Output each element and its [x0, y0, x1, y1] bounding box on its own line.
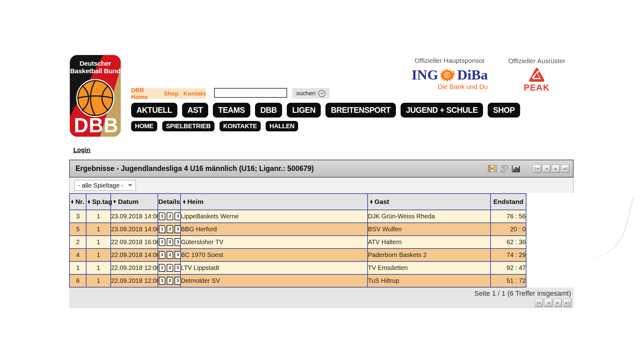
cell-gast: DJK Grün-Weiss Rheda	[368, 210, 491, 223]
main-nav-ast[interactable]: AST	[182, 103, 208, 118]
details-doc-icon-1[interactable]: 1	[159, 238, 165, 246]
details-doc-icon-3[interactable]: 3	[175, 238, 180, 246]
col-header-nr[interactable]: Nr.	[69, 194, 86, 210]
details-doc-icon-3[interactable]: 3	[175, 212, 180, 220]
table-row: 5 1 23.09.2018 14:00 123 BBG Herford BSV…	[69, 223, 526, 236]
schedule-person-icon[interactable]	[500, 165, 508, 173]
details-doc-icon-2[interactable]: 2	[167, 238, 173, 246]
cell-details: 123	[158, 236, 180, 249]
dbb-logo[interactable]: Deutscher Basketball Bund DBB	[70, 55, 121, 137]
main-nav-breitensport[interactable]: BREITENSPORT	[325, 103, 396, 118]
details-doc-icon-2[interactable]: 2	[167, 277, 173, 285]
ing-lion-icon	[440, 68, 456, 82]
cell-nr: 4	[69, 249, 86, 261]
cell-endstand: 20 : 0	[491, 223, 526, 236]
cell-sptag: 1	[86, 210, 111, 223]
cell-datum: 22.09.2018 16:00	[111, 236, 158, 249]
cell-datum: 23.09.2018 14:00	[111, 210, 158, 223]
details-doc-icon-3[interactable]: 3	[175, 251, 180, 259]
search-button[interactable]: suchen	[292, 88, 329, 98]
details-doc-icon-1[interactable]: 1	[159, 251, 165, 259]
ing-diba-logo[interactable]: ING DiBa	[407, 68, 492, 82]
sub-nav: HOMESPIELBETRIEBKONTAKTEHALLEN	[131, 121, 298, 131]
main-sponsor: Offizieller Hauptsponsor ING DiBa Die Ba…	[407, 57, 492, 90]
details-doc-icon-1[interactable]: 1	[159, 264, 165, 272]
details-doc-icon-1[interactable]: 1	[159, 277, 165, 285]
main-nav-dbb[interactable]: DBB	[255, 103, 282, 118]
details-doc-icon-3[interactable]: 3	[175, 264, 180, 272]
details-doc-icon-2[interactable]: 2	[167, 225, 173, 233]
spieltag-select-value: - alle Spieltage -	[78, 182, 124, 189]
pager-first-button[interactable]	[533, 165, 541, 173]
table-view-icon[interactable]	[488, 165, 497, 172]
sub-nav-kontakte[interactable]: KONTAKTE	[219, 121, 261, 131]
table-row: 2 1 22.09.2018 16:00 123 Gütersloher TV …	[69, 236, 526, 249]
col-header-datum[interactable]: Datum	[111, 194, 158, 210]
details-doc-icon-3[interactable]: 3	[175, 277, 180, 285]
pager-prev-button[interactable]	[543, 165, 550, 173]
cell-details: 123	[158, 261, 180, 274]
pager-last-button[interactable]	[564, 299, 571, 307]
col-header-sptag[interactable]: Sp.tag	[86, 194, 111, 210]
cell-datum: 23.09.2018 14:00	[111, 223, 158, 236]
top-link-shop[interactable]: Shop	[164, 90, 179, 97]
main-nav-jugend-schule[interactable]: JUGEND + SCHULE	[401, 103, 483, 118]
titlebar-pager	[533, 165, 569, 173]
cell-endstand: 51 : 72	[491, 274, 526, 287]
details-doc-icon-1[interactable]: 1	[159, 225, 165, 233]
outfitter-sponsor: Offizieller Ausrüster PEAK	[507, 57, 567, 93]
main-nav: AKTUELLASTTEAMSDBBLIGENBREITENSPORTJUGEN…	[131, 103, 520, 118]
search-input[interactable]	[214, 88, 287, 98]
peak-triangle-icon[interactable]	[528, 67, 546, 83]
details-doc-icon-2[interactable]: 2	[167, 251, 173, 259]
cell-heim: BC 1970 Soest	[180, 249, 368, 261]
bar-chart-icon[interactable]	[512, 165, 520, 172]
sub-nav-hallen[interactable]: HALLEN	[266, 121, 298, 131]
cell-heim: LippeBaskets Werne	[180, 210, 368, 223]
main-nav-aktuell[interactable]: AKTUELL	[131, 103, 177, 118]
spieltag-select[interactable]: - alle Spieltage -	[75, 180, 136, 191]
details-doc-icon-1[interactable]: 1	[159, 212, 165, 220]
cell-endstand: 92 : 47	[491, 261, 526, 274]
cell-heim: LTV Lippstadt	[180, 261, 368, 274]
top-link-kontakt[interactable]: Kontakt	[183, 90, 206, 97]
sub-nav-home[interactable]: HOME	[131, 121, 157, 131]
titlebar-icons	[488, 165, 520, 173]
cell-details: 123	[158, 223, 180, 236]
cell-gast: Paderborn Baskets 2	[368, 249, 491, 261]
main-nav-teams[interactable]: TEAMS	[213, 103, 250, 118]
details-doc-icon-3[interactable]: 3	[175, 225, 180, 233]
main-nav-ligen[interactable]: LIGEN	[287, 103, 321, 118]
login-link[interactable]: Login	[73, 146, 90, 154]
cell-details: 123	[158, 210, 180, 223]
cell-heim: Detmolder SV	[180, 274, 368, 287]
pager-next-button[interactable]	[552, 165, 560, 173]
cell-details: 123	[158, 249, 180, 261]
sub-nav-spielbetrieb[interactable]: SPIELBETRIEB	[162, 121, 214, 131]
page: Deutscher Basketball Bund DBB DBB HomeSh…	[0, 0, 644, 362]
cell-sptag: 1	[86, 249, 111, 261]
footer-pager	[535, 299, 571, 307]
details-doc-icon-2[interactable]: 2	[167, 264, 173, 272]
details-doc-icon-2[interactable]: 2	[167, 212, 173, 220]
pager-prev-button[interactable]	[545, 299, 552, 307]
col-header-gast[interactable]: Gast	[368, 194, 491, 210]
cell-gast: TuS Hiltrup	[368, 274, 491, 287]
search-button-label: suchen	[296, 90, 315, 97]
panel-footer: Seite 1 / 1 (6 Treffer insgesamt)	[69, 288, 574, 308]
filter-row: - alle Spieltage -	[69, 178, 574, 193]
background-watermark	[569, 187, 634, 269]
logo-abbr: DBB	[74, 115, 119, 135]
table-row: 3 1 23.09.2018 14:00 123 LippeBaskets We…	[69, 210, 526, 223]
pager-last-button[interactable]	[562, 165, 569, 173]
ing-tagline: Die Bank und Du	[407, 83, 492, 90]
main-nav-shop[interactable]: SHOP	[488, 103, 520, 118]
col-header-heim[interactable]: Heim	[180, 194, 368, 210]
pager-next-button[interactable]	[554, 299, 562, 307]
basketball-icon	[76, 79, 114, 117]
top-link-dbb-home[interactable]: DBB Home	[131, 87, 159, 101]
table-header-row: Nr. Sp.tag Datum Details Heim Gast Endst…	[69, 194, 526, 210]
sort-icon	[71, 200, 74, 204]
pager-first-button[interactable]	[535, 299, 543, 307]
outfitter-label: Offizieller Ausrüster	[507, 57, 567, 65]
